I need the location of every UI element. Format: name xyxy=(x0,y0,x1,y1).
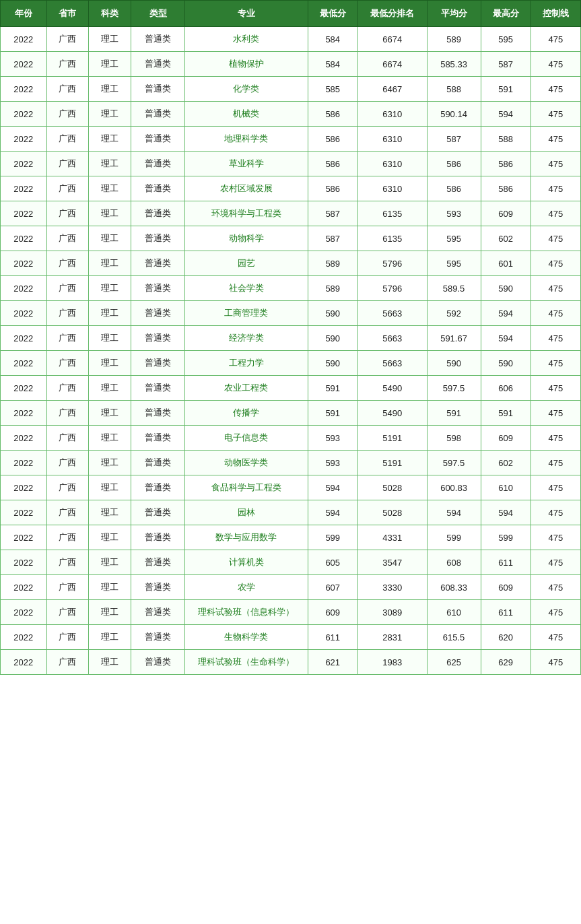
cell-2-0: 2022 xyxy=(1,77,47,102)
cell-22-5: 607 xyxy=(308,575,357,600)
cell-13-5: 590 xyxy=(308,351,357,376)
cell-16-3: 普通类 xyxy=(131,426,185,451)
col-header-1: 省市 xyxy=(46,1,89,27)
cell-2-2: 理工 xyxy=(89,77,131,102)
cell-6-7: 586 xyxy=(427,176,481,201)
cell-18-1: 广西 xyxy=(46,475,89,500)
cell-2-5: 585 xyxy=(308,77,357,102)
table-row: 2022广西理工普通类农村区域发展5866310586586475 xyxy=(1,176,581,201)
col-header-5: 最低分 xyxy=(308,1,357,27)
cell-1-6: 6674 xyxy=(357,52,427,77)
cell-13-7: 590 xyxy=(427,351,481,376)
cell-15-6: 5490 xyxy=(357,401,427,426)
table-row: 2022广西理工普通类化学类5856467588591475 xyxy=(1,77,581,102)
cell-5-7: 586 xyxy=(427,152,481,176)
cell-2-6: 6467 xyxy=(357,77,427,102)
cell-6-2: 理工 xyxy=(89,176,131,201)
cell-12-6: 5663 xyxy=(357,326,427,351)
cell-10-2: 理工 xyxy=(89,276,131,301)
cell-6-9: 475 xyxy=(531,176,580,201)
cell-12-1: 广西 xyxy=(46,326,89,351)
cell-20-0: 2022 xyxy=(1,525,47,550)
cell-23-5: 609 xyxy=(308,600,357,625)
cell-19-9: 475 xyxy=(531,500,580,525)
cell-22-2: 理工 xyxy=(89,575,131,600)
cell-23-7: 610 xyxy=(427,600,481,625)
cell-12-4: 经济学类 xyxy=(184,326,308,351)
cell-19-5: 594 xyxy=(308,500,357,525)
cell-6-5: 586 xyxy=(308,176,357,201)
cell-11-3: 普通类 xyxy=(131,301,185,326)
cell-8-3: 普通类 xyxy=(131,226,185,251)
cell-17-9: 475 xyxy=(531,451,580,475)
cell-10-3: 普通类 xyxy=(131,276,185,301)
cell-16-9: 475 xyxy=(531,426,580,451)
cell-11-1: 广西 xyxy=(46,301,89,326)
cell-9-9: 475 xyxy=(531,251,580,276)
cell-6-3: 普通类 xyxy=(131,176,185,201)
table-row: 2022广西理工普通类动物科学5876135595602475 xyxy=(1,226,581,251)
cell-4-2: 理工 xyxy=(89,127,131,152)
cell-21-4: 计算机类 xyxy=(184,550,308,575)
cell-2-9: 475 xyxy=(531,77,580,102)
cell-25-3: 普通类 xyxy=(131,650,185,675)
cell-1-3: 普通类 xyxy=(131,52,185,77)
cell-2-3: 普通类 xyxy=(131,77,185,102)
cell-5-2: 理工 xyxy=(89,152,131,176)
cell-14-1: 广西 xyxy=(46,376,89,401)
cell-17-0: 2022 xyxy=(1,451,47,475)
table-row: 2022广西理工普通类农学6073330608.33609475 xyxy=(1,575,581,600)
cell-17-5: 593 xyxy=(308,451,357,475)
col-header-0: 年份 xyxy=(1,1,47,27)
cell-22-3: 普通类 xyxy=(131,575,185,600)
cell-1-7: 585.33 xyxy=(427,52,481,77)
cell-25-1: 广西 xyxy=(46,650,89,675)
cell-19-1: 广西 xyxy=(46,500,89,525)
cell-24-4: 生物科学类 xyxy=(184,625,308,650)
cell-23-9: 475 xyxy=(531,600,580,625)
cell-18-7: 600.83 xyxy=(427,475,481,500)
cell-24-7: 615.5 xyxy=(427,625,481,650)
cell-14-4: 农业工程类 xyxy=(184,376,308,401)
cell-21-0: 2022 xyxy=(1,550,47,575)
cell-16-6: 5191 xyxy=(357,426,427,451)
cell-22-9: 475 xyxy=(531,575,580,600)
cell-22-8: 609 xyxy=(481,575,531,600)
cell-7-7: 593 xyxy=(427,201,481,226)
cell-4-5: 586 xyxy=(308,127,357,152)
table-row: 2022广西理工普通类理科试验班（生命科学）6211983625629475 xyxy=(1,650,581,675)
cell-17-7: 597.5 xyxy=(427,451,481,475)
cell-15-2: 理工 xyxy=(89,401,131,426)
cell-19-8: 594 xyxy=(481,500,531,525)
cell-3-6: 6310 xyxy=(357,102,427,127)
col-header-7: 平均分 xyxy=(427,1,481,27)
cell-6-1: 广西 xyxy=(46,176,89,201)
cell-1-4: 植物保护 xyxy=(184,52,308,77)
cell-21-9: 475 xyxy=(531,550,580,575)
table-row: 2022广西理工普通类电子信息类5935191598609475 xyxy=(1,426,581,451)
cell-4-7: 587 xyxy=(427,127,481,152)
table-row: 2022广西理工普通类水利类5846674589595475 xyxy=(1,27,581,52)
cell-24-1: 广西 xyxy=(46,625,89,650)
cell-3-9: 475 xyxy=(531,102,580,127)
cell-19-4: 园林 xyxy=(184,500,308,525)
cell-1-9: 475 xyxy=(531,52,580,77)
cell-16-1: 广西 xyxy=(46,426,89,451)
cell-10-7: 589.5 xyxy=(427,276,481,301)
cell-4-3: 普通类 xyxy=(131,127,185,152)
cell-20-2: 理工 xyxy=(89,525,131,550)
cell-11-9: 475 xyxy=(531,301,580,326)
table-row: 2022广西理工普通类园林5945028594594475 xyxy=(1,500,581,525)
cell-0-2: 理工 xyxy=(89,27,131,52)
cell-3-8: 594 xyxy=(481,102,531,127)
cell-22-0: 2022 xyxy=(1,575,47,600)
cell-0-4: 水利类 xyxy=(184,27,308,52)
cell-12-2: 理工 xyxy=(89,326,131,351)
cell-14-9: 475 xyxy=(531,376,580,401)
cell-14-0: 2022 xyxy=(1,376,47,401)
cell-10-0: 2022 xyxy=(1,276,47,301)
cell-19-0: 2022 xyxy=(1,500,47,525)
cell-9-2: 理工 xyxy=(89,251,131,276)
cell-18-2: 理工 xyxy=(89,475,131,500)
cell-0-1: 广西 xyxy=(46,27,89,52)
